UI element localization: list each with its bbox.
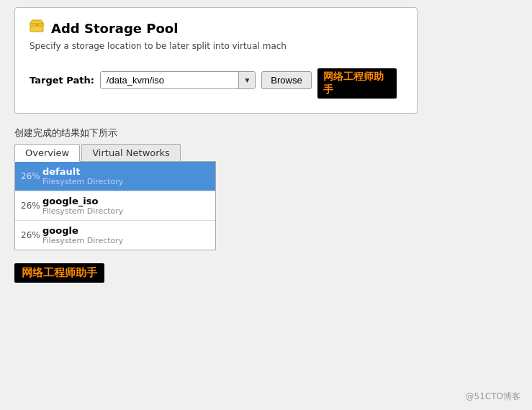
path-dropdown-button[interactable]: ▼ — [238, 72, 255, 88]
dialog-watermark: 网络工程师助手 — [317, 68, 397, 99]
pool-item-google[interactable]: 26% google Filesystem Directory — [15, 221, 215, 250]
pool-type-google-iso: Filesystem Directory — [42, 206, 123, 216]
pool-info-default: default Filesystem Directory — [42, 166, 123, 186]
storage-pool-icon — [30, 19, 45, 37]
pool-type-google: Filesystem Directory — [42, 236, 123, 245]
add-storage-pool-dialog: Add Storage Pool Specify a storage locat… — [14, 7, 418, 114]
pool-percent-google: 26% — [21, 230, 42, 240]
svg-point-3 — [37, 24, 39, 26]
tab-overview[interactable]: Overview — [14, 144, 80, 162]
dialog-title-text: Add Storage Pool — [51, 21, 178, 36]
footer-attribution: @51CTO博客 — [466, 391, 520, 403]
result-section: 创建完成的结果如下所示 Overview Virtual Networks 26… — [14, 127, 518, 283]
svg-rect-2 — [32, 20, 42, 24]
target-path-label: Target Path: — [30, 75, 94, 86]
bottom-watermark: 网络工程师助手 — [14, 263, 104, 283]
pool-type-default: Filesystem Directory — [42, 177, 123, 186]
browse-button[interactable]: Browse — [261, 71, 311, 89]
pool-name-google: google — [42, 225, 123, 236]
dialog-subtitle: Specify a storage location to be later s… — [30, 41, 402, 51]
target-path-input[interactable] — [101, 72, 239, 88]
pool-name-default: default — [42, 166, 123, 177]
pool-percent-google-iso: 26% — [21, 201, 42, 211]
pool-item-google-iso[interactable]: 26% google_iso Filesystem Directory — [15, 191, 215, 221]
pool-percent-default: 26% — [21, 171, 42, 181]
pool-list: 26% default Filesystem Directory 26% goo… — [14, 162, 216, 250]
pool-info-google: google Filesystem Directory — [42, 225, 123, 245]
pool-name-google-iso: google_iso — [42, 196, 123, 206]
pool-info-google-iso: google_iso Filesystem Directory — [42, 196, 123, 216]
tabs-bar: Overview Virtual Networks — [14, 144, 216, 162]
dialog-title: Add Storage Pool — [30, 19, 402, 37]
tab-virtual-networks[interactable]: Virtual Networks — [81, 144, 181, 161]
result-label: 创建完成的结果如下所示 — [14, 127, 518, 140]
pool-item-default[interactable]: 26% default Filesystem Directory — [15, 162, 215, 191]
target-path-input-group: ▼ — [100, 71, 256, 89]
